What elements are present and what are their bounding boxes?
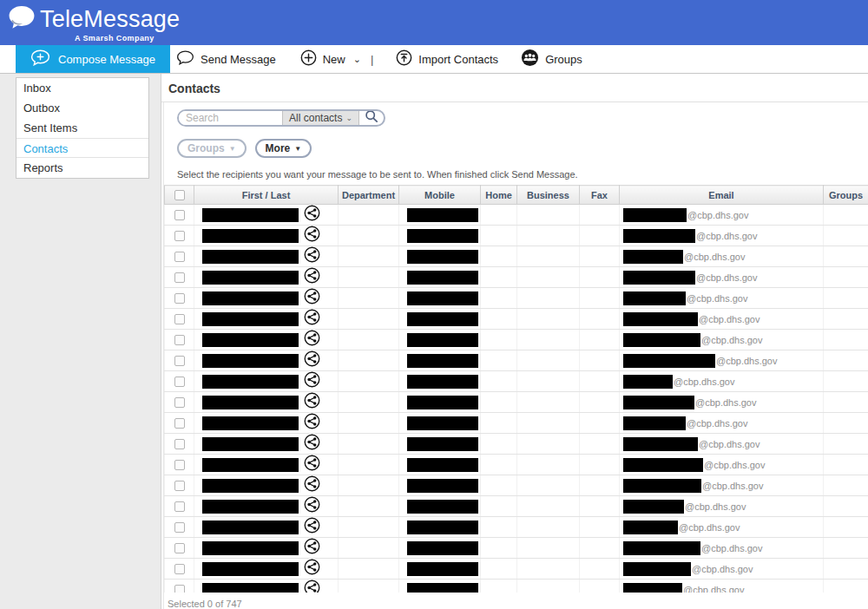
share-contact-icon[interactable] (304, 288, 320, 308)
row-checkbox[interactable] (174, 460, 185, 470)
search-bar: All contacts ⌄ (177, 109, 385, 127)
share-contact-icon[interactable] (304, 413, 320, 433)
send-message-button[interactable]: Send Message (173, 45, 279, 73)
groups-toolbar-button[interactable]: Groups (517, 45, 586, 73)
column-header-first-last[interactable]: First / Last (194, 186, 339, 205)
share-contact-icon[interactable] (304, 496, 320, 516)
home-cell (481, 434, 517, 455)
contacts-filter-select[interactable]: All contacts ⌄ (282, 111, 359, 125)
business-cell (517, 455, 580, 475)
share-contact-icon[interactable] (304, 392, 320, 412)
column-header-department[interactable]: Department (339, 186, 399, 205)
column-header-email[interactable]: Email (620, 186, 824, 205)
row-checkbox[interactable] (174, 585, 185, 593)
table-row[interactable]: @cbp.dhs.gov (165, 371, 868, 392)
share-contact-icon[interactable] (304, 455, 320, 475)
row-checkbox[interactable] (174, 335, 185, 345)
name-redaction (202, 396, 299, 409)
fax-cell (580, 538, 620, 559)
compose-message-button[interactable]: Compose Message (16, 45, 170, 73)
share-contact-icon[interactable] (304, 246, 320, 266)
table-row[interactable]: @cbp.dhs.gov (165, 309, 868, 330)
share-contact-icon[interactable] (304, 226, 320, 246)
row-checkbox[interactable] (174, 543, 185, 553)
search-input[interactable] (179, 111, 282, 125)
table-row[interactable]: @cbp.dhs.gov (165, 246, 868, 267)
table-row[interactable]: @cbp.dhs.gov (165, 580, 868, 593)
table-row[interactable]: @cbp.dhs.gov (165, 205, 868, 226)
sidebar-item-contacts[interactable]: Contacts (16, 138, 148, 158)
table-row[interactable]: @cbp.dhs.gov (165, 496, 868, 517)
row-checkbox[interactable] (174, 481, 185, 491)
groups-cell (824, 538, 868, 559)
row-checkbox[interactable] (174, 252, 185, 262)
fax-cell (580, 350, 620, 371)
row-checkbox[interactable] (174, 210, 185, 220)
sidebar-item-inbox[interactable]: Inbox (16, 78, 148, 98)
business-cell (517, 496, 580, 517)
row-checkbox[interactable] (174, 293, 185, 304)
table-row[interactable]: @cbp.dhs.gov (165, 413, 868, 434)
table-row[interactable]: @cbp.dhs.gov (165, 330, 868, 350)
table-row[interactable]: @cbp.dhs.gov (165, 288, 868, 309)
row-checkbox[interactable] (174, 439, 185, 449)
groups-cell (824, 559, 868, 580)
row-checkbox[interactable] (174, 377, 185, 387)
chevron-down-icon[interactable]: ⌄ (353, 54, 361, 65)
sidebar-item-reports[interactable]: Reports (16, 158, 148, 178)
row-checkbox[interactable] (174, 397, 185, 408)
table-row[interactable]: @cbp.dhs.gov (165, 475, 868, 496)
share-contact-icon[interactable] (304, 538, 320, 558)
row-checkbox[interactable] (174, 356, 185, 366)
share-contact-icon[interactable] (304, 559, 320, 579)
table-row[interactable]: @cbp.dhs.gov (165, 538, 868, 559)
row-checkbox[interactable] (174, 522, 185, 533)
home-cell (481, 475, 517, 496)
share-contact-icon[interactable] (304, 205, 320, 225)
column-header-home[interactable]: Home (481, 186, 517, 205)
share-contact-icon[interactable] (304, 517, 320, 537)
business-cell (517, 538, 580, 559)
row-checkbox[interactable] (174, 418, 185, 429)
search-submit-button[interactable] (359, 111, 384, 125)
share-contact-icon[interactable] (304, 309, 320, 329)
row-checkbox[interactable] (174, 231, 185, 241)
row-checkbox[interactable] (174, 564, 185, 574)
speech-bubble-icon (176, 50, 194, 68)
table-row[interactable]: @cbp.dhs.gov (165, 267, 868, 288)
email-redaction (623, 541, 700, 555)
share-contact-icon[interactable] (304, 371, 320, 391)
table-row[interactable]: @cbp.dhs.gov (165, 559, 868, 580)
column-header-groups[interactable]: Groups (824, 186, 868, 205)
column-header-fax[interactable]: Fax (580, 186, 620, 205)
table-row[interactable]: @cbp.dhs.gov (165, 226, 868, 246)
column-header-business[interactable]: Business (517, 186, 580, 205)
share-contact-icon[interactable] (304, 580, 320, 593)
email-redaction (623, 250, 683, 264)
share-contact-icon[interactable] (304, 350, 320, 370)
share-contact-icon[interactable] (304, 330, 320, 350)
share-contact-icon[interactable] (304, 434, 320, 454)
more-button[interactable]: More ▼ (255, 139, 312, 158)
table-row[interactable]: @cbp.dhs.gov (165, 350, 868, 371)
department-cell (339, 455, 399, 475)
new-button[interactable]: New ⌄ | (297, 45, 378, 73)
table-row[interactable]: @cbp.dhs.gov (165, 455, 868, 475)
select-all-checkbox[interactable] (174, 190, 185, 200)
row-checkbox[interactable] (174, 272, 185, 283)
table-row[interactable]: @cbp.dhs.gov (165, 517, 868, 538)
sidebar-item-sent-items[interactable]: Sent Items (16, 118, 148, 138)
import-contacts-button[interactable]: Import Contacts (392, 45, 502, 73)
share-contact-icon[interactable] (304, 267, 320, 287)
business-cell (517, 371, 580, 392)
share-contact-icon[interactable] (304, 475, 320, 495)
column-header-mobile[interactable]: Mobile (399, 186, 481, 205)
row-checkbox[interactable] (174, 314, 185, 324)
sidebar-item-outbox[interactable]: Outbox (16, 98, 148, 118)
row-checkbox[interactable] (174, 501, 185, 512)
groups-filter-button[interactable]: Groups ▼ (177, 139, 247, 158)
email-redaction (623, 229, 695, 243)
table-row[interactable]: @cbp.dhs.gov (165, 434, 868, 455)
table-row[interactable]: @cbp.dhs.gov (165, 392, 868, 413)
department-cell (339, 371, 399, 392)
